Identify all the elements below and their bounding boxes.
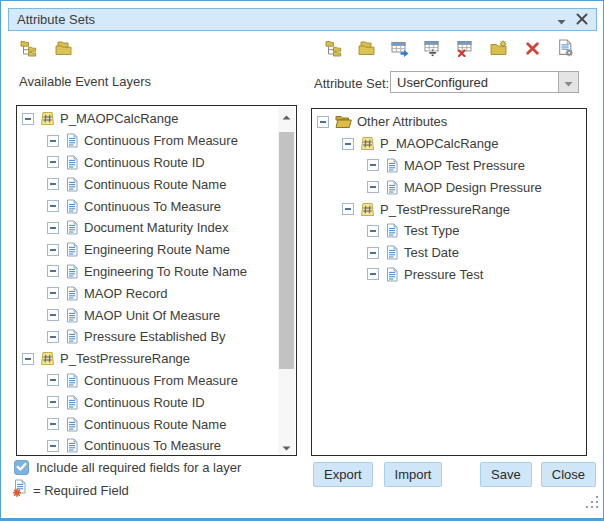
layers-toolbar [18,39,75,61]
tree-row[interactable]: Engineering Route Name [17,239,278,261]
tree-row[interactable]: Pressure Test [312,264,586,286]
tree-row[interactable]: MAOP Design Pressure [312,176,586,198]
tree-row[interactable]: Continuous Route ID [17,152,278,174]
collapse-expander-box[interactable] [47,135,59,147]
collapse-expander-box[interactable] [47,440,59,452]
tree-row[interactable]: P_TestPressureRange [312,198,586,220]
field-doc-icon [385,267,399,282]
tree-row[interactable]: Continuous Route ID [17,391,278,413]
table-delete-icon [457,39,475,61]
collapse-expander-box[interactable] [47,331,59,343]
collapse-expander-box[interactable] [367,268,379,280]
collapse-expander-box[interactable] [47,178,59,190]
collapse-expander-box[interactable] [47,396,59,408]
collapse-expander-box[interactable] [367,247,379,259]
tree-row[interactable]: Test Date [312,242,586,264]
tree-row[interactable]: Document Maturity Index [17,217,278,239]
dropdown-arrow-button[interactable] [558,72,578,92]
field-doc-icon [65,417,79,432]
collapse-expander-box[interactable] [22,113,34,125]
tree-row[interactable]: Continuous From Measure [17,370,278,392]
collapse-expander-box[interactable] [47,244,59,256]
tree-node-label: Other Attributes [357,114,447,129]
import-button[interactable]: Import [384,462,443,487]
tree-row[interactable]: P_MAOPCalcRange [17,108,278,130]
tree-row[interactable]: Pressure Established By [17,326,278,348]
attribute-set-properties-button[interactable] [554,39,576,61]
tree-row[interactable]: MAOP Record [17,282,278,304]
collapse-expander-box[interactable] [47,287,59,299]
add-event-layer-button[interactable] [389,39,411,61]
collapse-expander-box[interactable] [367,181,379,193]
tree-row[interactable]: P_MAOPCalcRange [312,133,586,155]
tree-row[interactable]: Other Attributes [312,111,586,133]
field-doc-icon [65,264,79,279]
tree-row[interactable]: Engineering To Route Name [17,261,278,283]
collapse-expander-box[interactable] [47,265,59,277]
collapse-expander-box[interactable] [367,159,379,171]
tree-row[interactable]: P_TestPressureRange [17,348,278,370]
expand-all-layers-button[interactable] [18,39,40,61]
field-doc-icon [65,199,79,214]
tree-node-label: Continuous To Measure [84,438,221,453]
close-button[interactable] [576,11,588,29]
page-gear-icon [557,39,574,61]
folders-icon [358,41,376,60]
vertical-scrollbar[interactable] [278,107,295,454]
field-doc-icon [65,133,79,148]
tree-row[interactable]: Continuous Route Name [17,413,278,435]
field-doc-icon [385,180,399,195]
scrollbar-thumb[interactable] [279,132,294,369]
tree-row[interactable]: MAOP Test Pressure [312,155,586,177]
collapse-expander-box[interactable] [47,418,59,430]
tree-row[interactable]: Continuous From Measure [17,130,278,152]
new-attribute-set-button[interactable] [488,39,510,61]
collapse-expander-box[interactable] [47,200,59,212]
tree-row[interactable]: Continuous Route Name [17,173,278,195]
attribute-set-toolbar [323,39,576,61]
tree-row[interactable]: Continuous To Measure [17,435,278,455]
collapse-all-attributes-button[interactable] [356,39,378,61]
collapse-expander-box[interactable] [47,309,59,321]
tree-node-label: P_TestPressureRange [380,202,510,217]
title-bar[interactable]: Attribute Sets [8,8,597,31]
export-button[interactable]: Export [313,462,373,487]
attribute-set-dropdown[interactable]: UserConfigured [390,71,579,93]
collapse-expander-box[interactable] [47,156,59,168]
add-field-button[interactable] [422,39,444,61]
tree-row[interactable]: MAOP Unit Of Measure [17,304,278,326]
save-button[interactable]: Save [480,462,532,487]
caret-down-icon [282,437,291,455]
tree-row[interactable]: Test Type [312,220,586,242]
delete-attribute-set-button[interactable] [521,39,543,61]
attribute-sets-dialog: Attribute Sets Avai [0,0,604,521]
scroll-down-button[interactable] [278,438,295,454]
collapse-expander-box[interactable] [47,222,59,234]
tree-node-label: P_TestPressureRange [60,351,190,366]
tree-node-label: Document Maturity Index [84,220,229,235]
available-event-layers-label: Available Event Layers [19,74,151,89]
resize-grip[interactable] [586,495,599,513]
collapse-expander-box[interactable] [317,116,329,128]
export-import-buttons: ExportImport [313,462,442,487]
scroll-up-button[interactable] [278,107,295,123]
collapse-expander-box[interactable] [367,225,379,237]
collapse-expander-box[interactable] [22,353,34,365]
collapse-expander-box[interactable] [342,203,354,215]
tree-folders-icon [325,40,343,61]
dock-menu-button[interactable] [557,11,566,29]
include-required-fields-checkbox[interactable] [14,460,29,475]
event-layer-icon [360,202,375,217]
expand-all-attributes-button[interactable] [323,39,345,61]
caret-up-icon [282,106,291,124]
field-doc-icon [385,245,399,260]
collapse-all-layers-button[interactable] [53,39,75,61]
folder-gear-icon [490,40,508,60]
tree-node-label: MAOP Design Pressure [404,180,542,195]
required-field-icon [12,479,28,501]
collapse-expander-box[interactable] [342,138,354,150]
close-button[interactable]: Close [541,462,596,487]
collapse-expander-box[interactable] [47,374,59,386]
remove-field-button[interactable] [455,39,477,61]
tree-row[interactable]: Continuous To Measure [17,195,278,217]
